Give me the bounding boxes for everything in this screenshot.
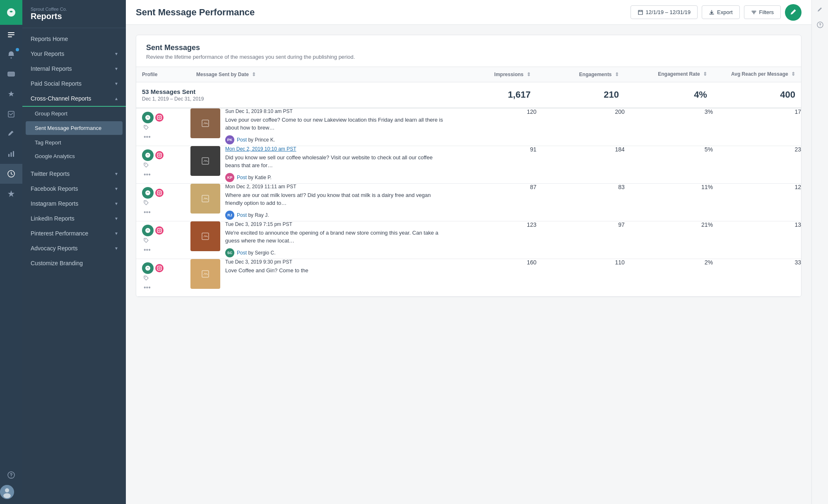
sidebar-item-instagram[interactable]: Instagram Reports ▾ [22, 196, 126, 211]
sidebar-item-customize[interactable]: Customize Branding [22, 256, 126, 271]
message-body: Love pour over coffee? Come to our new L… [225, 116, 448, 132]
col-header-engagements[interactable]: Engagements ⇕ [537, 67, 625, 82]
avg-reach-cell: 17 [713, 108, 801, 146]
nav-analytics-icon[interactable] [0, 144, 22, 164]
message-body: We're excited to announce the opening of… [225, 229, 448, 245]
message-thumbnail [190, 146, 220, 176]
nav-tasks-icon[interactable] [0, 104, 22, 124]
sidebar-item-reports-home[interactable]: Reports Home [22, 31, 126, 46]
nav-messages-icon[interactable] [0, 65, 22, 84]
chevron-down-icon: ▾ [115, 81, 118, 86]
export-icon [709, 10, 715, 15]
message-author: Post by Katie P. [237, 175, 272, 180]
more-options-icon[interactable]: ••• [142, 282, 185, 293]
post-link[interactable]: Post [237, 137, 247, 143]
user-avatar[interactable] [0, 485, 14, 499]
nav-compose-icon[interactable] [0, 124, 22, 144]
message-date[interactable]: Mon Dec 2, 2019 10:10 am PST [225, 146, 448, 152]
tag-icon[interactable] [142, 274, 150, 282]
col-header-impressions[interactable]: Impressions ⇕ [448, 67, 537, 82]
sidebar-subitem-group-report[interactable]: Group Report [22, 107, 126, 120]
sidebar-item-facebook[interactable]: Facebook Reports ▾ [22, 181, 126, 196]
chevron-down-icon: ▾ [115, 51, 118, 57]
sidebar-subitem-sent-message[interactable]: Sent Message Performance [26, 121, 123, 135]
engagements-cell: 83 [537, 183, 625, 221]
profile-td: ••• [136, 221, 190, 259]
compose-button[interactable] [785, 4, 802, 21]
engagement-rate-cell: 3% [625, 108, 713, 146]
sort-icon[interactable]: ⇕ [527, 72, 531, 77]
table-row: ••• Tue Dec 3, 2019 9:30 pm PST Love Cof… [136, 259, 801, 296]
more-options-icon[interactable]: ••• [142, 207, 185, 218]
more-options-icon[interactable]: ••• [142, 245, 185, 255]
nav-help-icon[interactable] [0, 465, 22, 485]
sidebar-item-pinterest[interactable]: Pinterest Performance ▾ [22, 226, 126, 241]
post-link[interactable]: Post [237, 212, 247, 218]
sort-icon[interactable]: ⇕ [252, 72, 256, 77]
compose-icon [789, 9, 797, 16]
sidebar-subitem-google-analytics[interactable]: Google Analytics [22, 149, 126, 163]
message-content-cell: Tue Dec 3, 2019 9:30 pm PST Love Coffee … [190, 259, 448, 296]
svg-point-34 [159, 230, 160, 231]
col-header-avg-reach[interactable]: Avg Reach per Message ⇕ [713, 67, 801, 82]
sort-icon[interactable]: ⇕ [703, 71, 707, 77]
svg-rect-2 [8, 36, 12, 37]
nav-reports-bar-icon[interactable] [0, 164, 22, 184]
sidebar-item-cross-channel[interactable]: Cross-Channel Reports ▴ [22, 91, 126, 107]
svg-point-16 [159, 117, 160, 118]
sidebar-item-twitter[interactable]: Twitter Reports ▾ [22, 166, 126, 181]
sidebar-item-advocacy[interactable]: Advocacy Reports ▾ [22, 241, 126, 256]
message-thumbnail [190, 184, 220, 214]
svg-point-17 [160, 116, 161, 116]
impressions-cell: 87 [448, 183, 537, 221]
svg-point-20 [145, 153, 150, 158]
tag-icon[interactable] [142, 123, 150, 132]
sidebar-item-linkedin[interactable]: LinkedIn Reports ▾ [22, 211, 126, 226]
engagement-rate-cell: 2% [625, 259, 713, 296]
profile-cell: ••• [136, 108, 190, 146]
sidebar-item-paid-social[interactable]: Paid Social Reports ▾ [22, 76, 126, 91]
profile-cell: ••• [136, 146, 190, 183]
message-text-area: Mon Dec 2, 2019 10:10 am PST Did you kno… [225, 146, 448, 182]
sidebar-item-internal-reports[interactable]: Internal Reports ▾ [22, 61, 126, 76]
sidebar-item-your-reports[interactable]: Your Reports ▾ [22, 46, 126, 61]
engagement-rate-cell: 5% [625, 146, 713, 183]
sort-icon[interactable]: ⇕ [791, 71, 795, 77]
message-content-cell: Sun Dec 1, 2019 8:10 am PST Love pour ov… [190, 108, 448, 146]
profile-td: ••• [136, 259, 190, 296]
message-author-row: SC Post by Sergio C. [225, 248, 448, 257]
nav-notifications-icon[interactable] [0, 45, 22, 65]
post-link[interactable]: Post [237, 175, 247, 180]
svg-rect-5 [8, 154, 10, 157]
col-header-engagement-rate[interactable]: Engagement Rate ⇕ [625, 67, 713, 82]
nav-star-icon[interactable] [0, 184, 22, 204]
col-header-message[interactable]: Message Sent by Date ⇕ [190, 67, 448, 82]
sidebar-subitem-tag-report[interactable]: Tag Report [22, 136, 126, 149]
tag-icon[interactable] [142, 199, 150, 207]
more-options-icon[interactable]: ••• [142, 132, 185, 142]
message-body: Where are our oat milk lovers at!? Did y… [225, 191, 448, 207]
tag-icon[interactable] [142, 161, 150, 169]
tag-icon[interactable] [142, 236, 150, 245]
post-link[interactable]: Post [237, 250, 247, 256]
more-options-icon[interactable]: ••• [142, 169, 185, 180]
message-content-cell: Tue Dec 3, 2019 7:15 pm PST We're excite… [190, 221, 448, 259]
top-bar: Sent Message Performance 12/1/19 – 12/31… [126, 0, 811, 25]
date-range-button[interactable]: 12/1/19 – 12/31/19 [631, 5, 698, 19]
message-content-cell: Mon Dec 2, 2019 10:10 am PST Did you kno… [190, 146, 448, 183]
right-rail-help-icon[interactable] [817, 22, 823, 30]
svg-point-41 [160, 266, 161, 267]
right-rail-compose-icon[interactable] [817, 7, 823, 15]
svg-point-13 [3, 493, 11, 498]
profile-cell: ••• [136, 184, 190, 221]
nav-pin-icon[interactable] [0, 84, 22, 104]
svg-point-10 [11, 477, 12, 478]
sort-icon[interactable]: ⇕ [615, 72, 619, 77]
app-logo[interactable] [0, 0, 22, 25]
message-author-row: PK Post by Prince K. [225, 135, 448, 144]
summary-impressions: 1,617 [448, 82, 537, 108]
export-button[interactable]: Export [702, 5, 740, 19]
filters-button[interactable]: Filters [744, 5, 781, 19]
nav-reports-icon[interactable] [0, 25, 22, 45]
sidebar-header: Sprout Coffee Co. Reports [22, 0, 126, 28]
